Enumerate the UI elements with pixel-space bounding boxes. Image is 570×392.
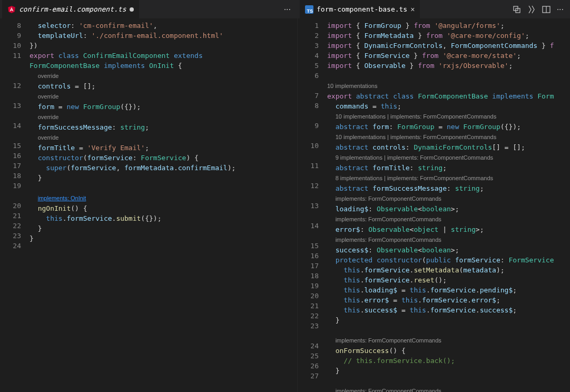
tab-confirm-email[interactable]: confirm-email.component.ts [2, 0, 139, 18]
dirty-indicator-icon [130, 7, 134, 12]
code-line[interactable]: export class ConfirmEmailComponent exten… [30, 51, 297, 61]
code-line[interactable]: error$: Observable<object | string>; [327, 224, 570, 234]
code-line[interactable]: abstract controls: DynamicFormControls[]… [327, 142, 570, 152]
codelens-annotation[interactable]: 10 implementations [327, 81, 570, 91]
code-line[interactable]: }) [30, 41, 297, 51]
code-line[interactable]: } [30, 223, 297, 233]
code-line[interactable]: constructor(formService: FormService) { [30, 153, 297, 163]
codelens-annotation[interactable]: override [30, 91, 297, 102]
scrollbar-vertical[interactable] [563, 18, 570, 392]
codelens-annotation[interactable]: implements: FormComponentCommands [327, 386, 570, 392]
line-number [298, 231, 319, 241]
code-line[interactable]: import { FormGroup } from '@angular/form… [327, 21, 570, 31]
code-line[interactable]: } [327, 315, 570, 325]
tab-bar-right: TS form-component-base.ts × ··· [298, 0, 570, 18]
code-line[interactable]: import { DynamicFormControls, FormCompon… [327, 41, 570, 51]
code-line[interactable]: this.loading$ = this.formService.pending… [327, 285, 570, 295]
code-content-right[interactable]: import { FormGroup } from '@angular/form… [327, 18, 570, 392]
line-number: 10 [298, 141, 319, 151]
code-editor-left[interactable]: 891011 12 13 14 1516171819 2021222324 se… [0, 18, 297, 392]
more-actions-icon[interactable]: ··· [557, 5, 564, 14]
code-line[interactable]: // this.formService.back(); [327, 356, 570, 366]
code-line[interactable]: export abstract class FormComponentBase … [327, 91, 570, 101]
codelens-annotation[interactable]: 8 implementations | implements: FormComp… [327, 173, 570, 183]
line-number [0, 71, 21, 81]
code-line[interactable]: form = new FormGroup({}); [30, 102, 297, 112]
code-line[interactable]: this.error$ = this.formService.error$; [327, 295, 570, 305]
code-line[interactable]: selector: 'cm-confirm-email', [30, 21, 297, 31]
codelens-annotation[interactable]: implements: FormComponentCommands [327, 335, 570, 346]
code-line[interactable] [327, 325, 570, 335]
code-content-left[interactable]: selector: 'cm-confirm-email', templateUr… [30, 18, 297, 392]
code-line[interactable] [327, 376, 570, 386]
code-line[interactable]: abstract formSuccessMessage: string; [327, 183, 570, 193]
code-line[interactable] [30, 243, 297, 253]
editor-pane-right: TS form-component-base.ts × ··· 123456 7… [297, 0, 570, 392]
editor-pane-left: confirm-email.component.ts ··· 891011 12… [0, 0, 297, 392]
codelens-annotation[interactable]: implements: FormComponentCommands [327, 234, 570, 245]
more-actions-icon[interactable]: ··· [284, 5, 291, 14]
close-icon[interactable]: × [410, 6, 415, 13]
line-number [298, 211, 319, 221]
run-icon[interactable] [527, 5, 536, 14]
codelens-annotation[interactable]: 10 implementations | implements: FormCom… [327, 132, 570, 142]
code-line[interactable]: controls = []; [30, 81, 297, 91]
split-editor-icon[interactable] [542, 5, 551, 14]
code-line[interactable]: this.success$ = this.formService.success… [327, 305, 570, 315]
code-line[interactable]: loading$: Observable<boolean>; [327, 204, 570, 214]
line-number: 16 [0, 151, 21, 161]
code-line[interactable]: import { FormMetadata } from '@care-more… [327, 31, 570, 41]
codelens-annotation[interactable]: override [30, 112, 297, 122]
codelens-annotation[interactable]: 9 implementations | implements: FormComp… [327, 152, 570, 163]
codelens-annotation[interactable]: implements: FormComponentCommands [327, 214, 570, 224]
line-number: 22 [0, 221, 21, 231]
code-line[interactable]: FormComponentBase implements OnInit { [30, 61, 297, 71]
line-number [298, 131, 319, 141]
line-number: 14 [0, 121, 21, 131]
code-line[interactable]: import { Observable } from 'rxjs/Observa… [327, 61, 570, 71]
line-number: 9 [298, 121, 319, 131]
code-line[interactable]: this.formService.reset(); [327, 275, 570, 285]
open-changes-icon[interactable] [513, 5, 521, 14]
code-line[interactable]: super(formService, formMetadata.confirmE… [30, 163, 297, 173]
line-number: 15 [0, 141, 21, 151]
codelens-annotation[interactable]: implements: OnInit [30, 193, 297, 203]
code-line[interactable]: formTitle = 'Verify Email'; [30, 143, 297, 153]
code-line[interactable]: success$: Observable<boolean>; [327, 245, 570, 255]
code-line[interactable]: } [327, 366, 570, 376]
code-line[interactable]: abstract formTitle: string; [327, 163, 570, 173]
code-line[interactable]: this.formService.setMetadata(metadata); [327, 265, 570, 275]
line-number: 8 [0, 21, 21, 31]
code-editor-right[interactable]: 123456 78 9 10 11 12 13 14 1516171819202… [298, 18, 570, 392]
line-number: 20 [298, 291, 319, 301]
codelens-annotation[interactable]: override [30, 132, 297, 143]
line-number: 13 [0, 101, 21, 111]
code-line[interactable]: templateUrl: './confirm-email.component.… [30, 31, 297, 41]
codelens-annotation[interactable]: 10 implementations | implements: FormCom… [327, 111, 570, 122]
code-line[interactable]: formSuccessMessage: string; [30, 122, 297, 132]
code-line[interactable]: abstract form: FormGroup = new FormGroup… [327, 122, 570, 132]
code-line[interactable]: } [30, 233, 297, 243]
code-line[interactable]: } [30, 173, 297, 183]
codelens-annotation[interactable]: implements: FormComponentCommands [327, 193, 570, 204]
line-number: 8 [298, 101, 319, 111]
line-number: 24 [298, 341, 319, 351]
code-line[interactable]: commands = this; [327, 101, 570, 111]
code-line[interactable]: import { FormService } from '@care-more/… [327, 51, 570, 61]
code-line[interactable] [30, 183, 297, 193]
code-line[interactable]: ngOnInit() { [30, 203, 297, 213]
code-line[interactable]: this.formService.submit({}); [30, 213, 297, 223]
line-number: 9 [0, 31, 21, 41]
code-line[interactable] [327, 71, 570, 81]
code-line[interactable]: onFormSuccess() { [327, 346, 570, 356]
codelens-annotation[interactable]: override [30, 71, 297, 81]
line-number: 11 [298, 161, 319, 171]
code-line[interactable]: protected constructor(public formService… [327, 255, 570, 265]
line-number: 17 [0, 161, 21, 171]
line-number [298, 151, 319, 161]
line-number: 19 [298, 281, 319, 291]
scrollbar-vertical[interactable] [290, 18, 297, 392]
line-number: 21 [298, 301, 319, 311]
tab-form-component-base[interactable]: TS form-component-base.ts × [300, 0, 420, 18]
line-number: 14 [298, 221, 319, 231]
